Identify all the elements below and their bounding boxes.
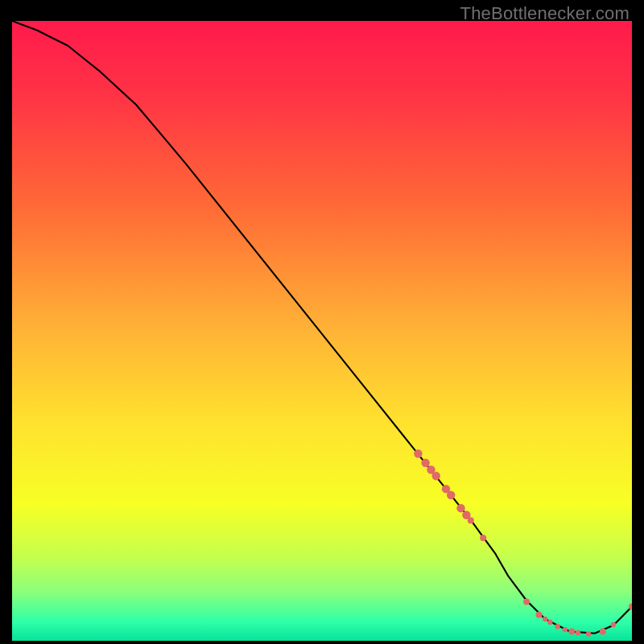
data-point (543, 617, 547, 621)
data-point (480, 535, 486, 541)
data-point (563, 627, 568, 632)
data-point (611, 622, 616, 627)
data-point (447, 491, 455, 499)
data-point (421, 459, 429, 467)
data-point (536, 612, 543, 618)
data-point (432, 472, 440, 480)
data-point (468, 518, 474, 524)
data-point (586, 631, 591, 636)
bottleneck-chart (12, 21, 632, 641)
data-point (568, 629, 575, 635)
data-point (547, 620, 552, 625)
gradient-background (12, 21, 632, 641)
data-point (576, 630, 580, 635)
data-point (414, 449, 422, 457)
data-point (555, 624, 559, 629)
data-point (600, 629, 606, 635)
data-point (456, 504, 464, 512)
data-point (523, 599, 530, 605)
chart-container (12, 21, 632, 641)
